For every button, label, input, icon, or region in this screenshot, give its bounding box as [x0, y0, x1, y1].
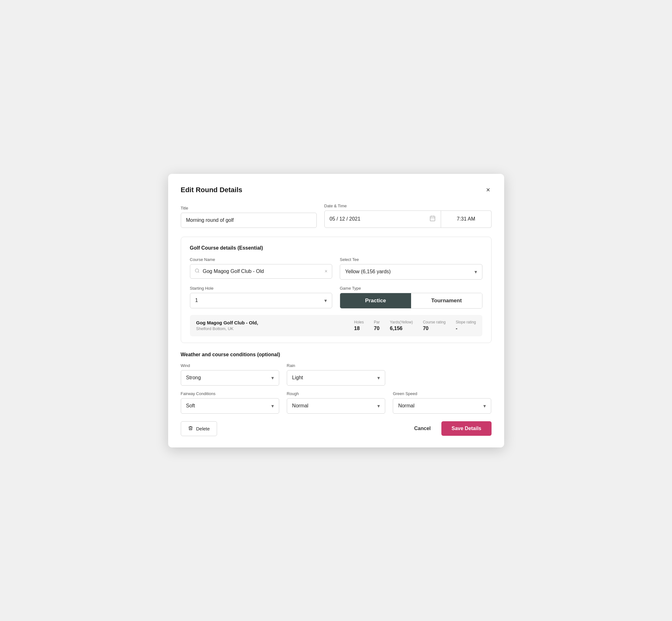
search-icon [195, 268, 200, 275]
chevron-down-icon-2: ▾ [324, 298, 327, 303]
yards-label: Yards(Yellow) [390, 320, 413, 324]
delete-label: Delete [196, 426, 210, 431]
green-speed-label: Green Speed [393, 391, 491, 396]
starting-hole-label: Starting Hole [190, 286, 333, 291]
title-label: Title [181, 206, 317, 210]
title-input[interactable] [181, 213, 317, 228]
weather-section: Weather and course conditions (optional)… [181, 352, 492, 414]
game-type-label: Game Type [340, 286, 482, 291]
svg-point-4 [195, 269, 199, 272]
green-speed-group: Green Speed Normal ▾ [393, 391, 491, 414]
wind-dropdown[interactable]: Strong ▾ [181, 370, 279, 385]
fairway-group: Fairway Conditions Soft ▾ [181, 391, 279, 414]
select-tee-label: Select Tee [340, 257, 482, 262]
stat-holes: Holes 18 [354, 320, 364, 331]
date-input[interactable]: 05 / 12 / 2021 [324, 210, 441, 228]
select-tee-dropdown[interactable]: Yellow (6,156 yards) ▾ [340, 264, 482, 280]
rain-value: Light [292, 375, 303, 380]
datetime-inputs: 05 / 12 / 2021 7:31 AM [324, 210, 492, 228]
spacer [393, 363, 491, 385]
trash-icon [188, 426, 193, 432]
stat-slope-rating: Slope rating - [456, 320, 476, 331]
chevron-down-icon-fairway: ▾ [271, 403, 274, 409]
save-button[interactable]: Save Details [442, 421, 491, 436]
course-stats: Holes 18 Par 70 Yards(Yellow) 6,156 Cour… [354, 320, 476, 331]
slope-rating-label: Slope rating [456, 320, 476, 324]
time-input[interactable]: 7:31 AM [441, 210, 492, 228]
footer-right: Cancel Save Details [411, 421, 492, 436]
select-tee-group: Select Tee Yellow (6,156 yards) ▾ [340, 257, 482, 280]
title-field-group: Title [181, 206, 317, 228]
starting-hole-group: Starting Hole 1 ▾ [190, 286, 333, 308]
cancel-button[interactable]: Cancel [411, 422, 434, 436]
weather-title: Weather and course conditions (optional) [181, 352, 492, 358]
course-info-name-text: Gog Magog Golf Club - Old, [196, 320, 354, 325]
wind-group: Wind Strong ▾ [181, 363, 279, 385]
rough-label: Rough [287, 391, 385, 396]
game-type-toggle: Practice Tournament [340, 293, 482, 308]
starting-hole-value: 1 [195, 298, 198, 303]
green-speed-dropdown[interactable]: Normal ▾ [393, 398, 491, 414]
rough-value: Normal [292, 403, 308, 409]
fairway-value: Soft [186, 403, 195, 409]
course-info-location: Shelford Bottom, UK [196, 326, 354, 331]
yards-value: 6,156 [390, 326, 403, 331]
course-name-input[interactable]: Gog Magog Golf Club - Old × [190, 264, 333, 279]
edit-round-modal: Edit Round Details × Title Date & Time 0… [168, 174, 504, 448]
fairway-dropdown[interactable]: Soft ▾ [181, 398, 279, 414]
footer-row: Delete Cancel Save Details [181, 421, 492, 436]
svg-rect-0 [430, 216, 435, 221]
starting-hole-game-type-row: Starting Hole 1 ▾ Game Type Practice Tou… [190, 286, 482, 308]
course-name-value: Gog Magog Golf Club - Old [203, 268, 264, 274]
course-info-card: Gog Magog Golf Club - Old, Shelford Bott… [190, 315, 482, 336]
course-rating-label: Course rating [423, 320, 446, 324]
svg-line-5 [198, 272, 199, 273]
practice-toggle-button[interactable]: Practice [340, 293, 411, 308]
chevron-down-icon-rough: ▾ [377, 403, 380, 409]
par-label: Par [374, 320, 380, 324]
course-rating-value: 70 [423, 326, 428, 331]
course-info-name: Gog Magog Golf Club - Old, Shelford Bott… [196, 320, 354, 331]
golf-course-title: Golf Course details (Essential) [190, 245, 482, 251]
select-tee-value: Yellow (6,156 yards) [345, 269, 390, 275]
close-button[interactable]: × [485, 185, 492, 195]
delete-button[interactable]: Delete [181, 421, 217, 436]
holes-label: Holes [354, 320, 364, 324]
modal-header: Edit Round Details × [181, 185, 492, 195]
rough-dropdown[interactable]: Normal ▾ [287, 398, 385, 414]
wind-label: Wind [181, 363, 279, 368]
rain-group: Rain Light ▾ [287, 363, 385, 385]
wind-rain-row: Wind Strong ▾ Rain Light ▾ [181, 363, 492, 385]
game-type-group: Game Type Practice Tournament [340, 286, 482, 308]
holes-value: 18 [354, 326, 360, 331]
wind-value: Strong [186, 375, 201, 380]
par-value: 70 [374, 326, 380, 331]
starting-hole-dropdown[interactable]: 1 ▾ [190, 293, 333, 308]
chevron-down-icon: ▾ [474, 269, 477, 275]
golf-course-section: Golf Course details (Essential) Course N… [181, 237, 492, 343]
rain-label: Rain [287, 363, 385, 368]
datetime-label: Date & Time [324, 204, 492, 208]
stat-par: Par 70 [374, 320, 380, 331]
slope-rating-value: - [456, 326, 457, 331]
time-value: 7:31 AM [457, 216, 475, 222]
chevron-down-icon-wind: ▾ [271, 375, 274, 381]
fairway-rough-green-row: Fairway Conditions Soft ▾ Rough Normal ▾… [181, 391, 492, 414]
fairway-label: Fairway Conditions [181, 391, 279, 396]
rough-group: Rough Normal ▾ [287, 391, 385, 414]
course-name-tee-row: Course Name Gog Magog Golf Club - Old × … [190, 257, 482, 280]
course-name-label: Course Name [190, 257, 333, 262]
green-speed-value: Normal [398, 403, 415, 409]
datetime-field-group: Date & Time 05 / 12 / 2021 7:31 AM [324, 204, 492, 228]
stat-yards: Yards(Yellow) 6,156 [390, 320, 413, 331]
course-name-group: Course Name Gog Magog Golf Club - Old × [190, 257, 333, 280]
chevron-down-icon-green: ▾ [483, 403, 486, 409]
clear-icon[interactable]: × [325, 268, 328, 274]
date-value: 05 / 12 / 2021 [330, 216, 361, 222]
chevron-down-icon-rain: ▾ [377, 375, 380, 381]
calendar-icon [429, 215, 436, 223]
rain-dropdown[interactable]: Light ▾ [287, 370, 385, 385]
modal-title: Edit Round Details [181, 186, 243, 194]
top-row: Title Date & Time 05 / 12 / 2021 7:31 AM [181, 204, 492, 228]
tournament-toggle-button[interactable]: Tournament [411, 293, 482, 308]
